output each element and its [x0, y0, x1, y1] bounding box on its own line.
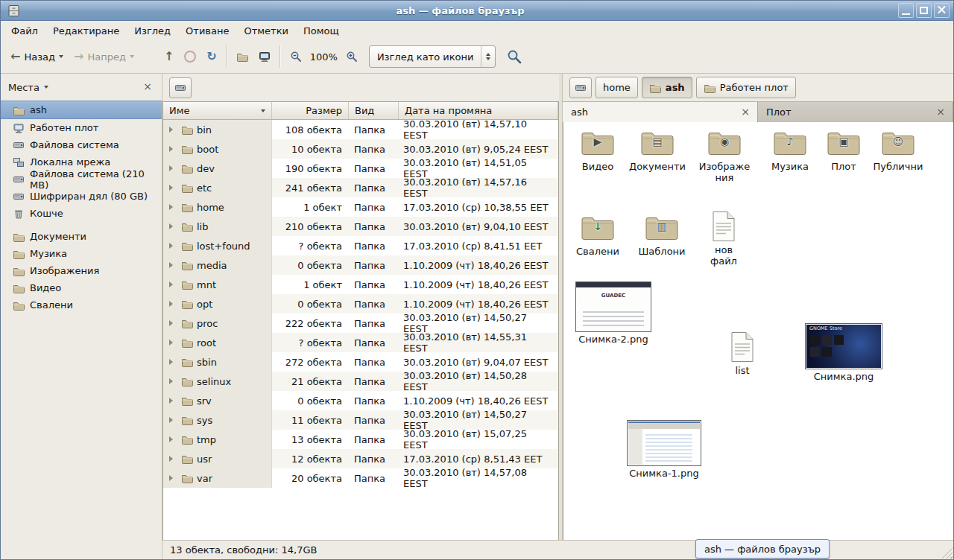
icon-view[interactable]: ▶Видео▤Документи◉Изображения♪Музика▣Плот… — [563, 122, 953, 540]
breadcrumb-button[interactable]: ash — [642, 77, 692, 98]
breadcrumb-button[interactable]: home — [596, 77, 638, 98]
view-mode-select[interactable]: Изглед като икони — [369, 45, 496, 68]
filesystem-button[interactable] — [569, 77, 592, 98]
maximize-button[interactable] — [916, 3, 932, 18]
menu-item[interactable]: Редактиране — [45, 22, 127, 39]
up-button[interactable]: ↑ — [159, 46, 179, 67]
icon-item[interactable]: нов файл — [701, 210, 747, 267]
icon-item[interactable]: ▣Плот — [823, 127, 865, 172]
table-row[interactable]: lost+found? обектаПапка17.03.2010 (ср) 8… — [163, 236, 558, 255]
icon-item[interactable]: ↓Свалени — [574, 211, 622, 257]
breadcrumb-button[interactable]: Работен плот — [696, 77, 796, 98]
menu-item[interactable]: Отиване — [178, 22, 236, 39]
expander-icon[interactable] — [169, 340, 177, 346]
table-row[interactable]: opt0 обектаПапка1.10.2009 (чт) 18,40,26 … — [163, 294, 558, 314]
column-header[interactable]: Име — [163, 102, 272, 119]
expander-icon[interactable] — [169, 320, 177, 326]
sidebar-item[interactable]: ash — [1, 101, 162, 119]
sidebar-item[interactable]: Файлова система (210 MB) — [1, 171, 162, 188]
icon-item[interactable]: GUADECСнимка-2.png — [574, 281, 653, 345]
sidebar-item[interactable]: Документи — [1, 228, 162, 245]
table-row[interactable]: tmp13 обектаПапка30.03.2010 (вт) 15,07,2… — [163, 430, 558, 449]
expander-icon[interactable] — [169, 398, 177, 404]
icon-item[interactable]: ▥Шаблони — [636, 211, 687, 257]
table-row[interactable]: etc241 обектаПапка30.03.2010 (вт) 14,57,… — [163, 178, 558, 197]
table-row[interactable]: lib210 обектаПапка30.03.2010 (вт) 9,04,1… — [163, 217, 558, 236]
computer-button[interactable] — [253, 46, 276, 67]
table-row[interactable]: sys11 обектаПапка30.03.2010 (вт) 14,50,2… — [163, 410, 558, 430]
home-button[interactable] — [231, 46, 253, 67]
table-row[interactable]: bin108 обектаПапка30.03.2010 (вт) 14,57,… — [163, 120, 558, 139]
menu-item[interactable]: Изглед — [127, 22, 178, 39]
sidebar-title[interactable]: Места — [8, 82, 40, 93]
resize-grip[interactable] — [941, 547, 953, 559]
table-row[interactable]: home1 обектПапка17.03.2010 (ср) 10,38,55… — [163, 197, 558, 217]
sidebar-item[interactable]: Шифриран дял (80 GB) — [1, 188, 162, 205]
search-button[interactable] — [502, 45, 527, 69]
tab-close-button[interactable]: × — [934, 106, 947, 119]
sidebar-item[interactable]: Файлова система — [1, 136, 162, 153]
sidebar-item[interactable]: Свалени — [1, 296, 162, 314]
table-row[interactable]: proc222 обектаПапка30.03.2010 (вт) 14,50… — [163, 314, 558, 333]
icon-item[interactable]: ◉Изображения — [698, 127, 751, 184]
expander-icon[interactable] — [169, 165, 177, 171]
expander-icon[interactable] — [169, 223, 177, 229]
table-row[interactable]: var20 обектаПапка30.03.2010 (вт) 14,57,0… — [163, 468, 558, 488]
expander-icon[interactable] — [169, 301, 177, 307]
icon-item[interactable]: ▶Видео — [574, 127, 622, 172]
expander-icon[interactable] — [169, 146, 177, 152]
icon-item[interactable]: list — [721, 331, 763, 376]
sidebar-item[interactable]: Работен плот — [1, 119, 162, 136]
zoom-in-button[interactable] — [341, 46, 363, 67]
sidebar-item[interactable]: Изображения — [1, 262, 162, 279]
expander-icon[interactable] — [169, 417, 177, 423]
minimize-button[interactable] — [898, 3, 914, 18]
back-button[interactable]: ← Назад — [5, 46, 69, 67]
sidebar-close-button[interactable]: × — [141, 80, 154, 94]
icon-item[interactable]: ▤Документи — [628, 127, 687, 172]
expander-icon[interactable] — [169, 243, 177, 249]
sidebar-mode-arrow-icon[interactable] — [44, 86, 48, 89]
zoom-out-button[interactable] — [285, 46, 307, 67]
reload-button[interactable]: ↻ — [201, 46, 221, 67]
table-row[interactable]: mnt1 обектПапка1.10.2009 (чт) 18,40,26 E… — [163, 275, 558, 294]
expander-icon[interactable] — [169, 456, 177, 462]
title-bar[interactable]: ash — файлов браузър — [1, 1, 953, 21]
expander-icon[interactable] — [169, 359, 177, 365]
expander-icon[interactable] — [169, 262, 177, 268]
expander-icon[interactable] — [169, 475, 177, 481]
table-row[interactable]: boot10 обектаПапка30.03.2010 (вт) 9,05,2… — [163, 139, 558, 159]
column-header[interactable]: Размер — [272, 102, 349, 119]
menu-item[interactable]: Помощ — [296, 22, 347, 39]
sidebar-item[interactable]: Кошче — [1, 205, 162, 222]
icon-item[interactable]: GNOME StoreСнимка.png — [803, 323, 884, 382]
table-row[interactable]: selinux21 обектаПапка30.03.2010 (вт) 14,… — [163, 372, 558, 391]
icon-item[interactable]: ☺Публични — [871, 127, 926, 172]
menu-item[interactable]: Файл — [4, 22, 45, 39]
sidebar-item[interactable]: Видео — [1, 279, 162, 296]
expander-icon[interactable] — [169, 436, 177, 442]
close-button[interactable] — [934, 3, 950, 18]
expander-icon[interactable] — [169, 204, 177, 210]
taskbar-window-button[interactable]: ash — файлов браузър — [695, 539, 830, 559]
table-row[interactable]: root? обектаПапка30.03.2010 (вт) 14,55,3… — [163, 333, 558, 352]
tab-close-button[interactable]: × — [739, 106, 752, 119]
icon-item[interactable]: Снимка-1.png — [625, 420, 704, 479]
table-row[interactable]: usr12 обектаПапка17.03.2010 (ср) 8,51,43… — [163, 449, 558, 468]
forward-button[interactable]: → Напред — [69, 46, 139, 67]
tab[interactable]: ash× — [563, 102, 758, 122]
sidebar-item[interactable]: Музика — [1, 245, 162, 262]
icon-item[interactable]: ♪Музика — [766, 127, 814, 172]
table-row[interactable]: srv0 обектаПапка1.10.2009 (чт) 18,40,26 … — [163, 391, 558, 410]
expander-icon[interactable] — [169, 378, 177, 384]
expander-icon[interactable] — [169, 185, 177, 191]
table-row[interactable]: dev190 обектаПапка30.03.2010 (вт) 14,51,… — [163, 159, 558, 178]
tab[interactable]: Плот× — [758, 102, 953, 122]
expander-icon[interactable] — [169, 127, 177, 133]
menu-item[interactable]: Отметки — [236, 22, 295, 39]
root-location-button[interactable] — [169, 77, 192, 98]
expander-icon[interactable] — [169, 281, 177, 287]
stop-button[interactable] — [179, 46, 201, 67]
column-header[interactable]: Дата на промяна — [399, 102, 558, 119]
table-row[interactable]: media0 обектаПапка1.10.2009 (чт) 18,40,2… — [163, 255, 558, 275]
